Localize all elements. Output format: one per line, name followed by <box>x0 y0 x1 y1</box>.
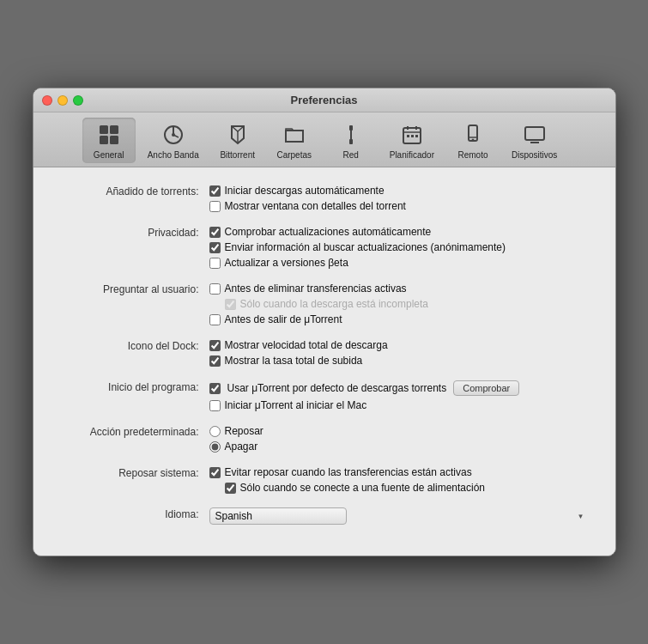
default-app-label[interactable]: Usar μTorrent por defecto de descargas t… <box>227 382 447 394</box>
network-label: Red <box>343 150 359 160</box>
svg-rect-16 <box>415 135 418 137</box>
shutdown-label[interactable]: Apagar <box>225 440 258 453</box>
comprobar-button[interactable]: Comprobar <box>453 380 519 396</box>
scheduler-label: Planificador <box>390 150 434 160</box>
language-select-wrapper: Spanish English French German Italian Po… <box>209 507 590 525</box>
show-ul-speed-row: Mostrar la tasa total de subida <box>209 355 590 367</box>
bandwidth-label: Ancho Banda <box>148 150 199 160</box>
only-power-checkbox[interactable] <box>225 483 236 494</box>
ask-user-controls: Antes de eliminar transferencias activas… <box>209 283 590 325</box>
remote-label: Remoto <box>457 150 488 160</box>
only-power-label[interactable]: Sólo cuando se conecte a una fuente de a… <box>240 482 486 494</box>
default-app-checkbox[interactable] <box>209 383 221 394</box>
torrent-add-label: Añadido de torrents: <box>59 185 209 197</box>
language-select[interactable]: Spanish English French German Italian Po… <box>209 507 347 525</box>
toolbar-item-devices[interactable]: Dispositivos <box>503 118 566 163</box>
toolbar-item-folders[interactable]: Carpetas <box>268 118 321 163</box>
prevent-sleep-label[interactable]: Evitar reposar cuando las transferencias… <box>225 466 472 478</box>
show-details-row: Mostrar ventana con detalles del torrent <box>209 200 590 212</box>
torrent-add-controls: Iniciar descargas automáticamente Mostra… <box>209 185 590 212</box>
toolbar-item-scheduler[interactable]: Planificador <box>381 118 443 163</box>
scheduler-icon <box>398 121 426 149</box>
svg-point-5 <box>172 133 175 137</box>
svg-rect-17 <box>469 125 477 141</box>
general-label: General <box>94 150 124 160</box>
only-incomplete-checkbox[interactable] <box>225 299 236 310</box>
beta-checkbox[interactable] <box>209 258 221 269</box>
bittorrent-icon <box>224 121 251 149</box>
preferences-window: Preferencias General <box>33 88 616 556</box>
check-updates-row: Comprobar actualizaciones automáticament… <box>209 226 590 238</box>
auto-start-label[interactable]: Iniciar descargas automáticamente <box>225 185 385 197</box>
prevent-sleep-row: Evitar reposar cuando las transferencias… <box>209 466 590 478</box>
repose-radio[interactable] <box>209 426 221 437</box>
shutdown-radio[interactable] <box>209 441 221 453</box>
toolbar-item-bandwidth[interactable]: Ancho Banda <box>139 118 208 163</box>
repose-label[interactable]: Reposar <box>225 425 263 437</box>
sleep-label: Reposar sistema: <box>59 466 209 479</box>
privacy-controls: Comprobar actualizaciones automáticament… <box>209 226 590 269</box>
start-mac-row: Iniciar μTorrent al iniciar el Mac <box>209 399 590 411</box>
show-dl-speed-label[interactable]: Mostrar velocidad total de descarga <box>225 339 388 351</box>
show-ul-speed-label[interactable]: Mostrar la tasa total de subida <box>225 355 363 367</box>
svg-rect-15 <box>411 135 414 137</box>
toolbar-item-network[interactable]: Red <box>324 118 378 163</box>
show-ul-speed-checkbox[interactable] <box>209 355 221 367</box>
minimize-button[interactable] <box>58 95 68 106</box>
window-title: Preferencias <box>290 94 357 106</box>
remote-icon <box>459 121 487 149</box>
bittorrent-label: Bittorrent <box>220 150 255 160</box>
torrent-add-row: Añadido de torrents: Iniciar descargas a… <box>59 185 590 212</box>
toolbar-item-bittorrent[interactable]: Bittorrent <box>211 118 264 163</box>
start-mac-checkbox[interactable] <box>209 400 221 411</box>
default-app-row: Usar μTorrent por defecto de descargas t… <box>209 380 590 396</box>
default-action-label: Acción predeterminada: <box>59 425 209 438</box>
beta-row: Actualizar a versiones βeta <box>209 257 590 269</box>
folders-icon <box>281 121 308 149</box>
check-updates-label[interactable]: Comprobar actualizaciones automáticament… <box>225 226 432 238</box>
language-controls: Spanish English French German Italian Po… <box>209 507 590 525</box>
general-icon <box>95 121 123 149</box>
privacy-label: Privacidad: <box>59 226 209 239</box>
dock-icon-label: Icono del Dock: <box>59 339 209 352</box>
toolbar: General Ancho Banda Bittorr <box>33 112 615 167</box>
maximize-button[interactable] <box>73 95 83 106</box>
svg-point-9 <box>350 130 352 131</box>
before-remove-checkbox[interactable] <box>209 283 221 295</box>
ask-user-row: Preguntar al usuario: Antes de eliminar … <box>59 283 590 325</box>
svg-point-19 <box>471 139 474 142</box>
show-details-label[interactable]: Mostrar ventana con detalles del torrent <box>225 200 406 212</box>
only-incomplete-row: Sólo cuando la descarga está incompleta <box>209 298 590 310</box>
send-info-label[interactable]: Enviar información al buscar actualizaci… <box>225 241 506 253</box>
startup-controls: Usar μTorrent por defecto de descargas t… <box>209 380 590 411</box>
toolbar-item-general[interactable]: General <box>82 118 136 163</box>
show-dl-speed-checkbox[interactable] <box>209 340 221 351</box>
beta-label[interactable]: Actualizar a versiones βeta <box>225 257 348 269</box>
ask-user-label: Preguntar al usuario: <box>59 283 209 295</box>
auto-start-checkbox[interactable] <box>209 185 221 197</box>
prevent-sleep-checkbox[interactable] <box>209 467 221 478</box>
svg-rect-7 <box>349 139 353 144</box>
devices-icon <box>521 121 548 149</box>
before-quit-checkbox[interactable] <box>209 314 221 325</box>
toolbar-item-remote[interactable]: Remoto <box>446 118 500 163</box>
network-icon <box>337 121 365 149</box>
start-mac-label[interactable]: Iniciar μTorrent al iniciar el Mac <box>225 399 367 411</box>
only-incomplete-label[interactable]: Sólo cuando la descarga está incompleta <box>240 298 428 310</box>
before-quit-label[interactable]: Antes de salir de μTorrent <box>225 313 342 325</box>
check-updates-checkbox[interactable] <box>209 227 221 238</box>
titlebar: Preferencias <box>33 88 615 112</box>
send-info-row: Enviar información al buscar actualizaci… <box>209 241 590 253</box>
show-details-checkbox[interactable] <box>209 201 221 212</box>
language-row: Idioma: Spanish English French German It… <box>59 507 590 525</box>
close-button[interactable] <box>42 95 52 106</box>
svg-rect-20 <box>525 127 544 140</box>
dock-icon-row: Icono del Dock: Mostrar velocidad total … <box>59 339 590 367</box>
sleep-controls: Evitar reposar cuando las transferencias… <box>209 466 590 494</box>
default-action-row: Acción predeterminada: Reposar Apagar <box>59 425 590 453</box>
default-action-controls: Reposar Apagar <box>209 425 590 453</box>
send-info-checkbox[interactable] <box>209 242 221 253</box>
traffic-lights <box>42 95 83 106</box>
before-remove-label[interactable]: Antes de eliminar transferencias activas <box>225 283 407 295</box>
language-label: Idioma: <box>59 507 209 520</box>
